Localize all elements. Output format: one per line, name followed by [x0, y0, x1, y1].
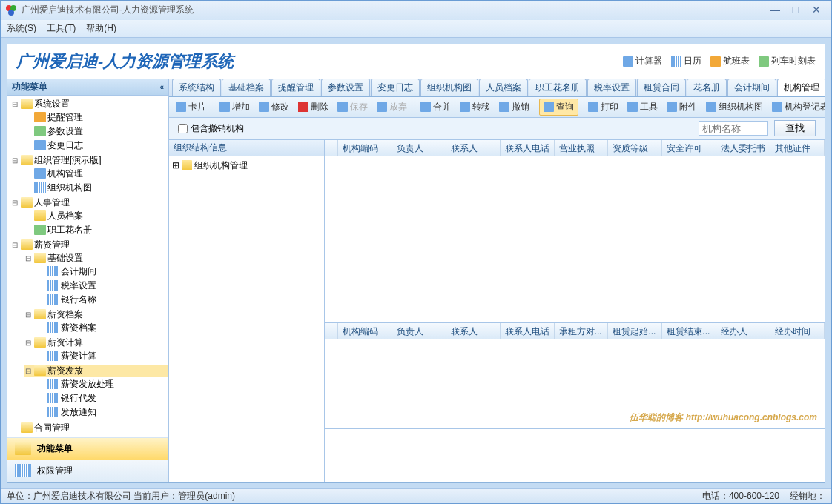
- tab[interactable]: 人员档案: [479, 79, 528, 96]
- grid-header-cell[interactable]: 联系人电话: [501, 323, 555, 339]
- grid-header-cell[interactable]: 营业执照: [555, 140, 609, 156]
- expand-icon[interactable]: ⊞: [172, 160, 179, 170]
- close-button[interactable]: ✕: [806, 4, 827, 17]
- grid-header-cell[interactable]: 负责人: [392, 323, 446, 339]
- org-name-input[interactable]: [699, 121, 768, 136]
- tree-node[interactable]: 机构管理: [24, 168, 168, 180]
- toolbar-合并[interactable]: 合并: [417, 99, 455, 115]
- include-revoked-input[interactable]: [178, 124, 188, 133]
- tree-node[interactable]: 人员档案: [24, 210, 168, 222]
- toolbar-转移[interactable]: 转移: [456, 99, 494, 115]
- tree-node[interactable]: 合同管理: [10, 422, 168, 434]
- grid-header-cell[interactable]: 机构编码: [338, 140, 392, 156]
- grid-header-cell[interactable]: 经办人: [716, 323, 770, 339]
- tree-node[interactable]: ⊟组织管理[演示版]: [10, 154, 168, 167]
- nav-permission[interactable]: 权限管理: [7, 460, 168, 482]
- toolbar-增加[interactable]: 增加: [216, 99, 254, 115]
- tree-node[interactable]: ⊟薪资发放: [24, 365, 168, 377]
- tree-node[interactable]: ⊟人事管理: [10, 196, 168, 209]
- tab[interactable]: 参数设置: [321, 79, 370, 96]
- tree-node[interactable]: 银行代发: [37, 392, 168, 405]
- tree-node[interactable]: 会计期间: [37, 265, 168, 278]
- tab[interactable]: 系统结构: [172, 79, 221, 96]
- tab[interactable]: 提醒管理: [271, 79, 320, 96]
- grid-bottom-body[interactable]: 伍华聪的博客 http://wuhuacong.cnblogs.com: [325, 339, 825, 428]
- toolbar-撤销[interactable]: 撤销: [495, 99, 533, 115]
- tree-node[interactable]: ⊟系统设置: [10, 98, 168, 110]
- nav-function-menu[interactable]: 功能菜单: [7, 437, 168, 460]
- tree-node[interactable]: 薪资档案: [37, 322, 168, 334]
- tree-node[interactable]: 提醒管理: [24, 111, 168, 124]
- tab[interactable]: 花名册: [687, 79, 727, 96]
- toolbar-打印[interactable]: 打印: [584, 99, 622, 115]
- grid-header-cell[interactable]: 租赁结束...: [662, 323, 716, 339]
- toggle-icon[interactable]: ⊟: [10, 199, 19, 207]
- tab[interactable]: 会计期间: [727, 79, 776, 96]
- grid-header-cell[interactable]: 安全许可: [662, 140, 716, 156]
- tree-node[interactable]: ⊟薪资档案: [24, 308, 168, 321]
- toggle-icon[interactable]: ⊟: [10, 156, 19, 165]
- toggle-icon[interactable]: ⊟: [24, 254, 33, 262]
- grid-header-cell[interactable]: 联系人电话: [501, 140, 555, 156]
- toggle-icon[interactable]: ⊟: [24, 339, 33, 347]
- tree-node[interactable]: 薪资发放处理: [37, 378, 168, 391]
- tab[interactable]: 基础档案: [222, 79, 271, 96]
- tab[interactable]: 租赁合同: [637, 79, 686, 96]
- tree-node[interactable]: 变更日志: [24, 139, 168, 152]
- grid-header-cell[interactable]: 租赁起始...: [608, 323, 662, 339]
- tree-node[interactable]: 薪资计算: [37, 350, 168, 362]
- grid-header-cell[interactable]: 联系人: [446, 140, 501, 156]
- toolbar-卡片[interactable]: 卡片: [172, 99, 210, 115]
- toolbar-附件[interactable]: 附件: [663, 99, 701, 115]
- tool-flight[interactable]: 航班表: [710, 55, 750, 67]
- grid-header-cell[interactable]: 承租方对...: [555, 323, 609, 339]
- grid-header-cell[interactable]: [325, 140, 338, 156]
- toolbar-机构登记表[interactable]: 机构登记表: [768, 99, 825, 115]
- nav-tree[interactable]: ⊟系统设置提醒管理参数设置变更日志⊟组织管理[演示版]机构管理组织机构图⊟人事管…: [7, 96, 168, 437]
- tab[interactable]: 税率设置: [587, 79, 636, 96]
- tree-node[interactable]: ⊟基础设置: [24, 252, 168, 265]
- tree-node[interactable]: 发放通知: [37, 406, 168, 419]
- tree-node[interactable]: 参数设置: [24, 125, 168, 138]
- tree-node[interactable]: ⊟薪资管理: [10, 239, 168, 251]
- tree-node[interactable]: 职工花名册: [24, 224, 168, 236]
- tool-calendar[interactable]: 日历: [671, 55, 701, 67]
- tree-node[interactable]: 银行名称: [37, 294, 168, 306]
- toolbar-修改[interactable]: 修改: [255, 99, 293, 115]
- menu-system[interactable]: 系统(S): [7, 22, 36, 35]
- include-revoked-checkbox[interactable]: 包含撤销机构: [178, 122, 244, 135]
- tab[interactable]: 职工花名册: [529, 79, 587, 96]
- maximize-button[interactable]: □: [785, 4, 806, 17]
- toggle-icon[interactable]: ⊟: [24, 311, 33, 319]
- grid-header-cell[interactable]: 法人委托书: [716, 140, 770, 156]
- toolbar-查询[interactable]: 查询: [539, 99, 578, 116]
- grid-header-cell[interactable]: 资质等级: [608, 140, 662, 156]
- toolbar-组织机构图[interactable]: 组织机构图: [702, 99, 767, 115]
- toggle-icon[interactable]: ⊟: [10, 241, 19, 249]
- toolbar-工具[interactable]: 工具: [624, 99, 661, 115]
- menu-help[interactable]: 帮助(H): [86, 22, 116, 35]
- org-tree-root[interactable]: ⊞ 组织机构管理: [172, 159, 321, 172]
- grid-header-cell[interactable]: 其他证件: [770, 140, 825, 156]
- menu-tools[interactable]: 工具(T): [47, 22, 76, 35]
- toggle-icon[interactable]: ⊟: [24, 367, 33, 375]
- grid-top-body[interactable]: [325, 156, 825, 322]
- collapse-icon[interactable]: «: [159, 83, 164, 91]
- search-button[interactable]: 查找: [774, 120, 816, 136]
- tab[interactable]: 组织机构图: [420, 79, 478, 96]
- watermark-link[interactable]: http://wuhuacong.cnblogs.com: [686, 412, 817, 422]
- tool-train[interactable]: 列车时刻表: [759, 55, 816, 67]
- tab[interactable]: 机构管理: [777, 79, 825, 96]
- org-tree-body[interactable]: ⊞ 组织机构管理: [169, 156, 324, 482]
- grid-header-cell[interactable]: 联系人: [446, 323, 501, 339]
- grid-header-cell[interactable]: 经办时间: [770, 323, 825, 339]
- grid-header-cell[interactable]: [325, 323, 338, 339]
- tree-node[interactable]: ⊟薪资计算: [24, 336, 168, 349]
- tree-node[interactable]: 税率设置: [37, 279, 168, 292]
- minimize-button[interactable]: —: [765, 4, 785, 17]
- grid-header-cell[interactable]: 负责人: [392, 140, 446, 156]
- tab[interactable]: 变更日志: [371, 79, 420, 96]
- toolbar-删除[interactable]: 删除: [294, 99, 332, 115]
- tool-calculator[interactable]: 计算器: [623, 55, 662, 67]
- grid-header-cell[interactable]: 机构编码: [338, 323, 392, 339]
